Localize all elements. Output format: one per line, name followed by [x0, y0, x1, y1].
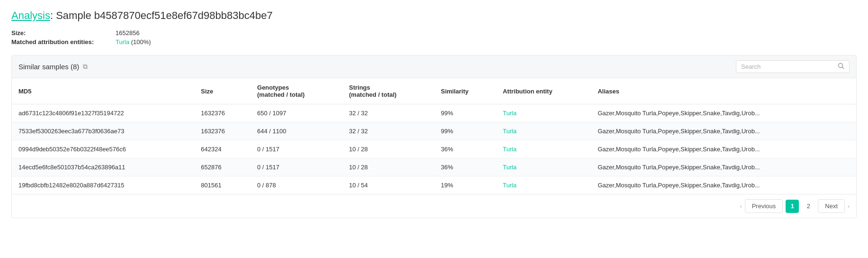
cell-size: 642324 [194, 140, 251, 158]
similar-samples-section: Similar samples (8) ⧉ MD5 Size Genotypes… [11, 55, 857, 218]
cell-genotypes: 644 / 1100 [251, 122, 342, 140]
cell-similarity: 19% [434, 176, 496, 194]
svg-line-1 [842, 67, 844, 69]
cell-strings: 32 / 32 [342, 122, 434, 140]
cell-attribution: Turla [496, 158, 591, 176]
cell-aliases: Gazer,Mosquito Turla,Popeye,Skipper,Snak… [591, 158, 856, 176]
col-size: Size [194, 78, 251, 104]
search-box [736, 60, 850, 73]
previous-button[interactable]: Previous [745, 199, 783, 213]
similar-samples-table: MD5 Size Genotypes(matched / total) Stri… [12, 78, 856, 194]
col-strings: Strings(matched / total) [342, 78, 434, 104]
attribution-link[interactable]: Turla [503, 110, 517, 117]
table-row: 19fbd8cbfb12482e8020a887d6427315 801561 … [12, 176, 856, 194]
matched-entity-link[interactable]: Turla [116, 38, 129, 46]
cell-similarity: 99% [434, 122, 496, 140]
attribution-link[interactable]: Turla [503, 164, 517, 171]
table-row: 14ecd5e6fc8e501037b54ca263896a11 652876 … [12, 158, 856, 176]
col-aliases: Aliases [591, 78, 856, 104]
cell-size: 652876 [194, 158, 251, 176]
cell-attribution: Turla [496, 140, 591, 158]
size-label: Size: [11, 29, 116, 37]
cell-genotypes: 0 / 878 [251, 176, 342, 194]
table-header-row: MD5 Size Genotypes(matched / total) Stri… [12, 78, 856, 104]
cell-genotypes: 650 / 1097 [251, 104, 342, 122]
cell-attribution: Turla [496, 122, 591, 140]
attribution-link[interactable]: Turla [503, 128, 517, 135]
cell-aliases: Gazer,Mosquito Turla,Popeye,Skipper,Snak… [591, 122, 856, 140]
attribution-link[interactable]: Turla [503, 146, 517, 153]
copy-icon[interactable]: ⧉ [83, 63, 88, 71]
size-value: 1652856 [116, 29, 140, 37]
page-2-button[interactable]: 2 [802, 200, 815, 213]
search-input[interactable] [741, 63, 836, 70]
next-chevron: › [848, 203, 850, 210]
cell-similarity: 36% [434, 140, 496, 158]
pagination: ‹ Previous 1 2 Next › [12, 194, 856, 218]
cell-md5: 7533ef5300263eec3a677b3f0636ae73 [12, 122, 194, 140]
prev-chevron: ‹ [740, 203, 742, 210]
next-button[interactable]: Next [818, 199, 845, 213]
table-row: ad6731c123c4806f91e1327f35194722 1632376… [12, 104, 856, 122]
cell-strings: 10 / 54 [342, 176, 434, 194]
matched-row: Matched attribution entities: Turla (100… [11, 38, 857, 46]
table-header-bar: Similar samples (8) ⧉ [12, 55, 856, 78]
col-attribution: Attribution entity [496, 78, 591, 104]
search-icon [838, 63, 844, 71]
cell-aliases: Gazer,Mosquito Turla,Popeye,Skipper,Snak… [591, 140, 856, 158]
page-1-button[interactable]: 1 [786, 200, 799, 213]
cell-attribution: Turla [496, 104, 591, 122]
cell-size: 801561 [194, 176, 251, 194]
svg-point-0 [839, 64, 843, 68]
table-row: 7533ef5300263eec3a677b3f0636ae73 1632376… [12, 122, 856, 140]
cell-size: 1632376 [194, 122, 251, 140]
cell-genotypes: 0 / 1517 [251, 158, 342, 176]
cell-strings: 10 / 28 [342, 158, 434, 176]
cell-similarity: 36% [434, 158, 496, 176]
section-title: Similar samples (8) ⧉ [18, 63, 88, 71]
cell-md5: ad6731c123c4806f91e1327f35194722 [12, 104, 194, 122]
attribution-link[interactable]: Turla [503, 182, 517, 189]
size-row: Size: 1652856 [11, 29, 857, 37]
analysis-link[interactable]: Analysis [11, 9, 50, 21]
cell-aliases: Gazer,Mosquito Turla,Popeye,Skipper,Snak… [591, 176, 856, 194]
matched-label: Matched attribution entities: [11, 38, 116, 46]
meta-section: Size: 1652856 Matched attribution entiti… [11, 29, 857, 46]
col-genotypes: Genotypes(matched / total) [251, 78, 342, 104]
col-md5: MD5 [12, 78, 194, 104]
table-row: 0994d9deb50352e76b0322f48ee576c6 642324 … [12, 140, 856, 158]
cell-aliases: Gazer,Mosquito Turla,Popeye,Skipper,Snak… [591, 104, 856, 122]
col-similarity: Similarity [434, 78, 496, 104]
cell-size: 1632376 [194, 104, 251, 122]
cell-md5: 0994d9deb50352e76b0322f48ee576c6 [12, 140, 194, 158]
cell-md5: 14ecd5e6fc8e501037b54ca263896a11 [12, 158, 194, 176]
cell-strings: 32 / 32 [342, 104, 434, 122]
cell-similarity: 99% [434, 104, 496, 122]
cell-strings: 10 / 28 [342, 140, 434, 158]
cell-md5: 19fbd8cbfb12482e8020a887d6427315 [12, 176, 194, 194]
cell-genotypes: 0 / 1517 [251, 140, 342, 158]
matched-value: Turla (100%) [116, 38, 151, 46]
page-title: Analysis: Sample b4587870ecf51e8ef67d98b… [11, 9, 857, 22]
cell-attribution: Turla [496, 176, 591, 194]
